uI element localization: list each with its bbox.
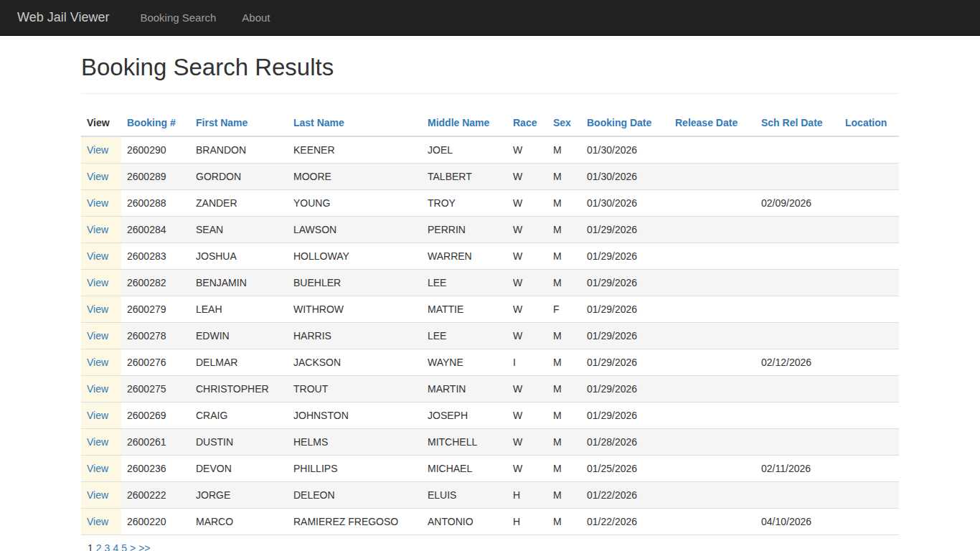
sch-rel-date-cell: 02/12/2026 <box>755 349 839 376</box>
sex-cell: M <box>547 456 581 482</box>
table-row: View2600222JORGEDELEONELUISHM01/22/2026 <box>81 482 899 509</box>
sch-rel-date-cell <box>755 296 839 323</box>
booking-date-cell: 01/22/2026 <box>581 509 669 535</box>
table-row: View2600290BRANDONKEENERJOELWM01/30/2026 <box>81 136 899 164</box>
view-link[interactable]: View <box>87 410 108 421</box>
nav-link-booking-search[interactable]: Booking Search <box>127 0 229 35</box>
first-cell: LEAH <box>190 296 288 323</box>
sort-link-sex[interactable]: Sex <box>553 117 571 128</box>
booking-cell: 2600261 <box>121 429 190 456</box>
page-link-3[interactable]: 3 <box>105 542 110 551</box>
release-date-cell <box>669 429 755 456</box>
sch-rel-date-cell <box>755 243 839 270</box>
view-cell: View <box>81 349 121 376</box>
view-link[interactable]: View <box>87 516 108 527</box>
last-cell: KEENER <box>288 136 422 164</box>
booking-cell: 2600269 <box>121 402 190 429</box>
sort-link-booking[interactable]: Booking # <box>127 117 176 128</box>
table-row: View2600282BENJAMINBUEHLERLEEWM01/29/202… <box>81 270 899 296</box>
view-link[interactable]: View <box>87 224 108 235</box>
view-link[interactable]: View <box>87 250 108 262</box>
sort-link-race[interactable]: Race <box>513 117 537 128</box>
view-link[interactable]: View <box>87 330 108 342</box>
page-link-last[interactable]: >> <box>138 542 150 551</box>
view-cell: View <box>81 136 121 164</box>
booking-date-cell: 01/29/2026 <box>581 402 669 429</box>
sex-cell: M <box>547 402 581 429</box>
sch-rel-date-cell <box>755 402 839 429</box>
race-cell: H <box>507 509 547 535</box>
last-cell: JACKSON <box>288 349 422 376</box>
view-link[interactable]: View <box>87 171 108 182</box>
release-date-cell <box>669 456 755 482</box>
sch-rel-date-cell <box>755 217 839 243</box>
page-link-next[interactable]: > <box>130 542 136 551</box>
location-cell <box>839 376 899 402</box>
sort-link-release-date[interactable]: Release Date <box>675 117 738 128</box>
race-cell: W <box>507 402 547 429</box>
sex-cell: M <box>547 164 581 190</box>
sort-link-location[interactable]: Location <box>845 117 887 128</box>
race-cell: W <box>507 323 547 349</box>
nav-item-booking-search: Booking Search <box>127 0 229 35</box>
main-content: Booking Search Results ViewBooking #Firs… <box>70 55 910 551</box>
page-link-4[interactable]: 4 <box>113 542 118 551</box>
view-cell: View <box>81 429 121 456</box>
page-link-2[interactable]: 2 <box>96 542 102 551</box>
nav-link-about[interactable]: About <box>229 0 283 35</box>
view-link[interactable]: View <box>87 463 108 474</box>
location-cell <box>839 456 899 482</box>
sex-cell: M <box>547 376 581 402</box>
brand-link[interactable]: Web Jail Viewer <box>11 0 120 35</box>
release-date-cell <box>669 296 755 323</box>
booking-cell: 2600282 <box>121 270 190 296</box>
booking-results-table: ViewBooking #First NameLast NameMiddle N… <box>81 110 899 535</box>
sort-link-sch-rel-date[interactable]: Sch Rel Date <box>761 117 823 128</box>
booking-date-cell: 01/25/2026 <box>581 456 669 482</box>
middle-cell: ELUIS <box>422 482 507 509</box>
middle-cell: ANTONIO <box>422 509 507 535</box>
first-cell: EDWIN <box>190 323 288 349</box>
release-date-cell <box>669 323 755 349</box>
table-row: View2600279LEAHWITHROWMATTIEWF01/29/2026 <box>81 296 899 323</box>
booking-cell: 2600275 <box>121 376 190 402</box>
view-link[interactable]: View <box>87 144 108 156</box>
last-cell: LAWSON <box>288 217 422 243</box>
view-cell: View <box>81 217 121 243</box>
sort-link-middle-name[interactable]: Middle Name <box>428 117 489 128</box>
race-cell: W <box>507 456 547 482</box>
booking-date-cell: 01/29/2026 <box>581 270 669 296</box>
last-cell: BUEHLER <box>288 270 422 296</box>
table-row: View2600269CRAIGJOHNSTONJOSEPHWM01/29/20… <box>81 402 899 429</box>
view-link[interactable]: View <box>87 277 108 288</box>
view-link[interactable]: View <box>87 303 108 315</box>
sort-link-booking-date[interactable]: Booking Date <box>587 117 651 128</box>
view-link[interactable]: View <box>87 436 108 448</box>
view-link[interactable]: View <box>87 489 108 501</box>
sex-cell: M <box>547 349 581 376</box>
sort-link-first-name[interactable]: First Name <box>196 117 248 128</box>
last-cell: RAMIEREZ FREGOSO <box>288 509 422 535</box>
view-link[interactable]: View <box>87 383 108 395</box>
race-cell: W <box>507 270 547 296</box>
booking-date-cell: 01/29/2026 <box>581 217 669 243</box>
release-date-cell <box>669 164 755 190</box>
table-row: View2600261DUSTINHELMSMITCHELLWM01/28/20… <box>81 429 899 456</box>
last-cell: HOLLOWAY <box>288 243 422 270</box>
sch-rel-date-cell <box>755 164 839 190</box>
nav-item-about: About <box>229 0 283 35</box>
release-date-cell <box>669 402 755 429</box>
page-link-5[interactable]: 5 <box>121 542 127 551</box>
location-cell <box>839 349 899 376</box>
view-link[interactable]: View <box>87 197 108 209</box>
first-cell: BRANDON <box>190 136 288 164</box>
release-date-cell <box>669 243 755 270</box>
race-cell: W <box>507 190 547 217</box>
sort-link-last-name[interactable]: Last Name <box>293 117 344 128</box>
first-cell: SEAN <box>190 217 288 243</box>
sch-rel-date-cell <box>755 136 839 164</box>
view-link[interactable]: View <box>87 357 108 368</box>
table-row: View2600276DELMARJACKSONWAYNEIM01/29/202… <box>81 349 899 376</box>
column-header-view: View <box>81 110 121 136</box>
column-header-race: Race <box>507 110 547 136</box>
